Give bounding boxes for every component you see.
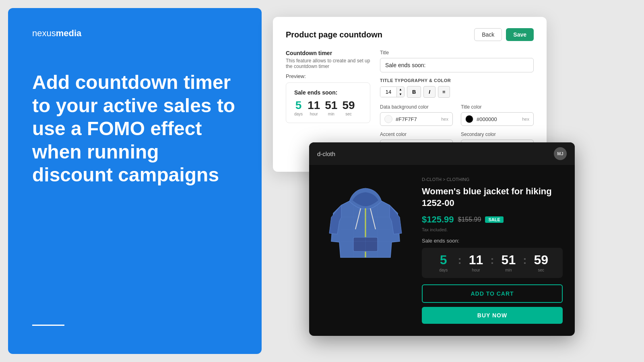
product-breadcrumb: D-CLOTH > CLOTHING <box>422 177 563 182</box>
dark-hour-unit: 11 hour <box>462 253 490 272</box>
title-input[interactable] <box>380 58 534 72</box>
left-panel: nexusmedia Add countdown timer to your a… <box>8 8 262 354</box>
data-bg-color-field: Data background color #F7F7F7 hex <box>380 104 453 126</box>
preview-min-num: 51 <box>325 100 337 111</box>
countdown-section-label: Countdown timer <box>286 50 370 56</box>
admin-panel-title: Product page countdown <box>286 30 382 39</box>
user-avatar: MJ <box>554 147 567 160</box>
product-name: Women's blue jacket for hiking 1252-00 <box>422 186 563 209</box>
dark-sec-num: 59 <box>534 253 548 266</box>
preview-sec-unit: 59 sec <box>342 100 355 116</box>
preview-hour-num: 11 <box>308 100 320 111</box>
secondary-color-label: Secondary color <box>461 132 534 137</box>
dark-hour-num: 11 <box>469 253 483 266</box>
preview-days-num: 5 <box>295 100 302 111</box>
data-bg-value: #F7F7F7 <box>396 116 438 122</box>
bold-button[interactable]: B <box>407 86 421 98</box>
dark-min-label: min <box>505 268 512 272</box>
product-image <box>325 177 406 274</box>
preview-min-unit: 51 min <box>325 100 337 116</box>
dark-sec-unit: 59 sec <box>527 253 555 272</box>
data-bg-input-group[interactable]: #F7F7F7 hex <box>380 112 453 126</box>
font-size-input[interactable] <box>380 87 396 97</box>
preview-min-label: min <box>328 112 334 116</box>
product-body: D-CLOTH > CLOTHING Women's blue jacket f… <box>309 165 575 336</box>
brand-name-light: nexus <box>32 28 56 38</box>
preview-sec-label: sec <box>345 112 352 116</box>
bottom-line-decoration <box>32 325 64 326</box>
header-buttons: Back Save <box>474 28 534 41</box>
font-size-down[interactable]: ▼ <box>397 92 404 97</box>
title-color-label: Title color <box>461 104 534 110</box>
dark-days-label: days <box>439 268 448 272</box>
price-row: $125.99 $155.99 SALE <box>422 214 563 225</box>
preview-days-unit: 5 days <box>294 100 303 116</box>
tax-info: Tax included. <box>422 227 563 232</box>
color-row-1: Data background color #F7F7F7 hex Title … <box>380 104 534 126</box>
preview-sec-num: 59 <box>342 100 355 111</box>
price-old: $155.99 <box>458 216 481 223</box>
back-button[interactable]: Back <box>474 28 502 41</box>
brand-name-bold: media <box>56 28 82 38</box>
title-color-value: #000000 <box>477 116 519 122</box>
accent-color-label: Accent color <box>380 132 453 137</box>
preview-hour-label: hour <box>310 112 318 116</box>
dark-hour-label: hour <box>472 268 480 272</box>
preview-sale-text: Sale ends soon: <box>294 89 362 96</box>
dark-min-unit: 51 min <box>495 253 522 272</box>
title-field-label: Title <box>380 50 534 56</box>
preview-label: Preview: <box>286 73 370 79</box>
dark-sep2: : <box>490 254 494 272</box>
preview-box: Sale ends soon: 5 days 11 hour 51 min <box>286 82 370 123</box>
font-size-up[interactable]: ▲ <box>397 87 404 92</box>
product-image-area <box>317 177 414 274</box>
typography-controls: ▲ ▼ B I ≡ <box>380 86 534 98</box>
align-button[interactable]: ≡ <box>438 86 450 98</box>
data-bg-label: Data background color <box>380 104 453 110</box>
preview-days-label: days <box>294 112 303 116</box>
typography-label: TITLE TYPOGRAPHY & COLOR <box>380 78 534 83</box>
preview-hour-unit: 11 hour <box>308 100 320 116</box>
title-color-hex-label: hex <box>522 117 529 121</box>
price-main: $125.99 <box>422 214 454 225</box>
title-color-swatch <box>465 115 473 123</box>
product-topbar: d-cloth MJ <box>309 142 575 165</box>
brand-logo: nexusmedia <box>32 28 237 39</box>
buy-now-button[interactable]: BUY NOW <box>422 307 563 324</box>
font-size-group: ▲ ▼ <box>380 86 405 97</box>
dark-min-num: 51 <box>502 253 516 266</box>
dark-sep1: : <box>458 254 462 272</box>
data-bg-swatch <box>384 115 392 123</box>
preview-countdown-row: 5 days 11 hour 51 min 59 <box>294 100 362 116</box>
data-bg-hex-label: hex <box>441 117 448 121</box>
italic-button[interactable]: I <box>423 86 436 98</box>
title-color-input-group[interactable]: #000000 hex <box>461 112 534 126</box>
dark-countdown: 5 days : 11 hour : 51 min : 59 sec <box>422 248 563 278</box>
product-panel: d-cloth MJ <box>309 142 575 336</box>
product-brand: d-cloth <box>317 150 335 157</box>
add-to-cart-button[interactable]: ADD TO CART <box>422 284 563 303</box>
dark-days-num: 5 <box>440 253 447 266</box>
font-size-arrows: ▲ ▼ <box>396 87 404 97</box>
dark-sec-label: sec <box>538 268 544 272</box>
product-info: D-CLOTH > CLOTHING Women's blue jacket f… <box>414 177 563 324</box>
admin-header: Product page countdown Back Save <box>286 28 534 41</box>
hero-text: Add countdown timer to your active sales… <box>32 71 237 187</box>
dark-sep3: : <box>523 254 526 272</box>
save-button[interactable]: Save <box>506 28 534 41</box>
sale-badge: SALE <box>485 216 503 223</box>
countdown-section-desc: This feature allows to create and set up… <box>286 58 370 69</box>
title-color-field: Title color #000000 hex <box>461 104 534 126</box>
sale-ends-label: Sale ends soon: <box>422 238 563 244</box>
dark-days-unit: 5 days <box>430 253 457 272</box>
